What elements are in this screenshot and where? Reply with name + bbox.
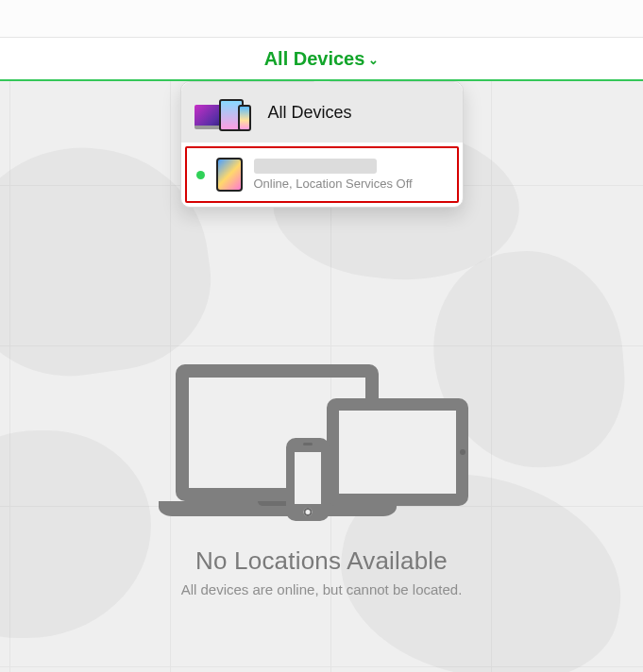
empty-state: No Locations Available All devices are o… [152, 364, 492, 597]
device-selector-dropdown-trigger[interactable]: All Devices ⌄ [264, 48, 380, 70]
map-landmass-decoration [0, 430, 151, 638]
device-status-text: Online, Location Services Off [254, 176, 413, 191]
online-status-dot-icon [196, 171, 205, 179]
dropdown-all-devices-row[interactable]: All Devices [181, 82, 463, 143]
chevron-down-icon: ⌄ [368, 53, 379, 67]
map-background[interactable]: All Devices Online, Location Services Of… [0, 81, 643, 672]
toolbar: All Devices ⌄ [0, 38, 643, 81]
device-thumbnail-icon [216, 158, 243, 192]
device-selector-label: All Devices [264, 48, 365, 70]
empty-state-subtitle: All devices are online, but cannot be lo… [152, 581, 492, 597]
dropdown-header-label: All Devices [268, 103, 352, 123]
empty-state-title: No Locations Available [152, 546, 492, 576]
all-devices-icon [195, 93, 255, 131]
devices-illustration-icon [176, 364, 468, 529]
dropdown-device-row[interactable]: Online, Location Services Off [185, 146, 459, 203]
device-name-redacted [254, 159, 377, 174]
top-bar-spacer [0, 0, 643, 38]
device-dropdown-panel: All Devices Online, Location Services Of… [180, 81, 464, 208]
